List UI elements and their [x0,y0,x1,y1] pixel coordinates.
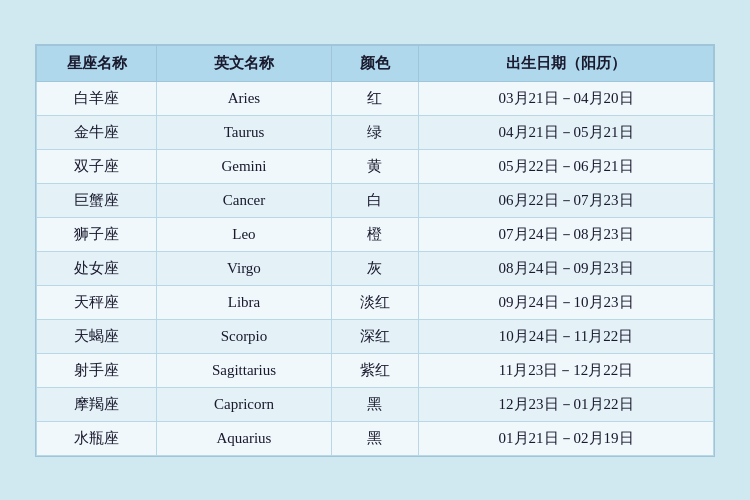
header-chinese: 星座名称 [37,45,157,81]
cell-chinese: 天秤座 [37,285,157,319]
header-date: 出生日期（阳历） [419,45,714,81]
cell-english: Capricorn [157,387,332,421]
cell-english: Libra [157,285,332,319]
cell-color: 橙 [331,217,418,251]
cell-date: 01月21日－02月19日 [419,421,714,455]
cell-chinese: 金牛座 [37,115,157,149]
cell-color: 灰 [331,251,418,285]
cell-english: Aries [157,81,332,115]
table-row: 金牛座Taurus绿04月21日－05月21日 [37,115,714,149]
cell-date: 09月24日－10月23日 [419,285,714,319]
table-row: 双子座Gemini黄05月22日－06月21日 [37,149,714,183]
table-row: 狮子座Leo橙07月24日－08月23日 [37,217,714,251]
table-row: 水瓶座Aquarius黑01月21日－02月19日 [37,421,714,455]
cell-date: 07月24日－08月23日 [419,217,714,251]
cell-chinese: 双子座 [37,149,157,183]
cell-date: 12月23日－01月22日 [419,387,714,421]
cell-english: Aquarius [157,421,332,455]
zodiac-table: 星座名称 英文名称 颜色 出生日期（阳历） 白羊座Aries红03月21日－04… [36,45,714,456]
cell-color: 深红 [331,319,418,353]
cell-chinese: 射手座 [37,353,157,387]
cell-date: 04月21日－05月21日 [419,115,714,149]
cell-color: 黑 [331,387,418,421]
table-row: 天秤座Libra淡红09月24日－10月23日 [37,285,714,319]
table-header-row: 星座名称 英文名称 颜色 出生日期（阳历） [37,45,714,81]
cell-date: 11月23日－12月22日 [419,353,714,387]
cell-date: 05月22日－06月21日 [419,149,714,183]
cell-date: 03月21日－04月20日 [419,81,714,115]
header-color: 颜色 [331,45,418,81]
zodiac-table-container: 星座名称 英文名称 颜色 出生日期（阳历） 白羊座Aries红03月21日－04… [35,44,715,457]
cell-english: Cancer [157,183,332,217]
cell-english: Gemini [157,149,332,183]
table-row: 处女座Virgo灰08月24日－09月23日 [37,251,714,285]
table-row: 巨蟹座Cancer白06月22日－07月23日 [37,183,714,217]
cell-date: 06月22日－07月23日 [419,183,714,217]
cell-color: 黄 [331,149,418,183]
cell-date: 08月24日－09月23日 [419,251,714,285]
cell-chinese: 白羊座 [37,81,157,115]
table-row: 白羊座Aries红03月21日－04月20日 [37,81,714,115]
cell-chinese: 狮子座 [37,217,157,251]
table-row: 摩羯座Capricorn黑12月23日－01月22日 [37,387,714,421]
cell-chinese: 处女座 [37,251,157,285]
table-row: 天蝎座Scorpio深红10月24日－11月22日 [37,319,714,353]
cell-english: Taurus [157,115,332,149]
cell-color: 淡红 [331,285,418,319]
cell-chinese: 摩羯座 [37,387,157,421]
header-english: 英文名称 [157,45,332,81]
cell-color: 白 [331,183,418,217]
cell-chinese: 水瓶座 [37,421,157,455]
cell-english: Scorpio [157,319,332,353]
cell-date: 10月24日－11月22日 [419,319,714,353]
cell-color: 红 [331,81,418,115]
cell-english: Virgo [157,251,332,285]
cell-chinese: 天蝎座 [37,319,157,353]
table-row: 射手座Sagittarius紫红11月23日－12月22日 [37,353,714,387]
cell-english: Leo [157,217,332,251]
cell-color: 绿 [331,115,418,149]
cell-chinese: 巨蟹座 [37,183,157,217]
cell-color: 黑 [331,421,418,455]
cell-color: 紫红 [331,353,418,387]
cell-english: Sagittarius [157,353,332,387]
